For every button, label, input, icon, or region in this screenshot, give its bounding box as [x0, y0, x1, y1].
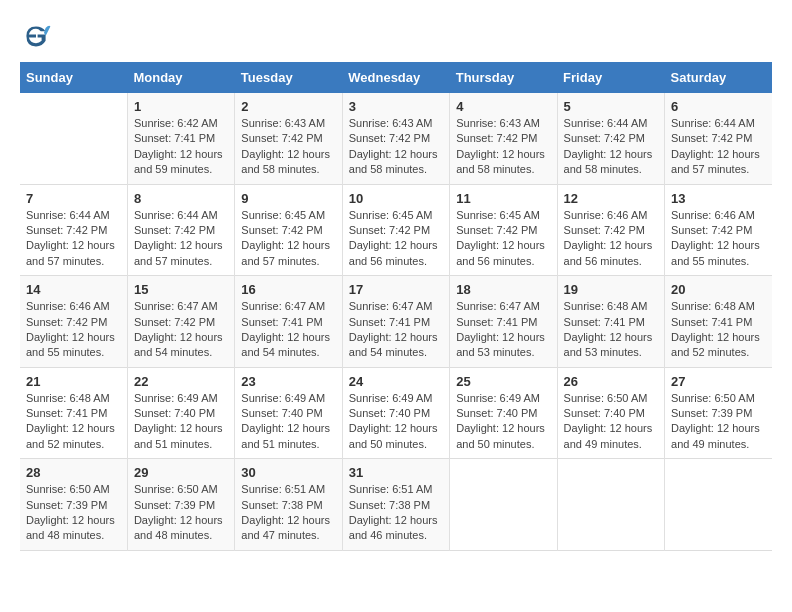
sunset: Sunset: 7:41 PM	[241, 315, 335, 330]
calendar-cell: 26 Sunrise: 6:50 AM Sunset: 7:40 PM Dayl…	[557, 367, 664, 459]
sunrise: Sunrise: 6:45 AM	[456, 208, 550, 223]
day-number: 19	[564, 282, 658, 297]
sunset: Sunset: 7:42 PM	[564, 131, 658, 146]
daylight: Daylight: 12 hours and 47 minutes.	[241, 513, 335, 544]
calendar-cell: 20 Sunrise: 6:48 AM Sunset: 7:41 PM Dayl…	[665, 276, 772, 368]
sunrise: Sunrise: 6:43 AM	[241, 116, 335, 131]
sunrise: Sunrise: 6:50 AM	[671, 391, 766, 406]
daylight: Daylight: 12 hours and 50 minutes.	[349, 421, 443, 452]
calendar-cell: 7 Sunrise: 6:44 AM Sunset: 7:42 PM Dayli…	[20, 184, 127, 276]
weekday-header: Sunday	[20, 62, 127, 93]
weekday-header: Monday	[127, 62, 234, 93]
daylight: Daylight: 12 hours and 55 minutes.	[26, 330, 121, 361]
sunrise: Sunrise: 6:48 AM	[564, 299, 658, 314]
daylight: Daylight: 12 hours and 54 minutes.	[349, 330, 443, 361]
day-info: Sunrise: 6:45 AM Sunset: 7:42 PM Dayligh…	[241, 208, 335, 270]
sunset: Sunset: 7:42 PM	[349, 131, 443, 146]
sunrise: Sunrise: 6:43 AM	[349, 116, 443, 131]
day-number: 16	[241, 282, 335, 297]
calendar-cell: 19 Sunrise: 6:48 AM Sunset: 7:41 PM Dayl…	[557, 276, 664, 368]
day-number: 4	[456, 99, 550, 114]
calendar-cell: 18 Sunrise: 6:47 AM Sunset: 7:41 PM Dayl…	[450, 276, 557, 368]
sunset: Sunset: 7:42 PM	[349, 223, 443, 238]
daylight: Daylight: 12 hours and 57 minutes.	[671, 147, 766, 178]
daylight: Daylight: 12 hours and 55 minutes.	[671, 238, 766, 269]
day-number: 8	[134, 191, 228, 206]
day-number: 2	[241, 99, 335, 114]
day-info: Sunrise: 6:47 AM Sunset: 7:41 PM Dayligh…	[241, 299, 335, 361]
calendar-cell: 24 Sunrise: 6:49 AM Sunset: 7:40 PM Dayl…	[342, 367, 449, 459]
calendar-cell: 3 Sunrise: 6:43 AM Sunset: 7:42 PM Dayli…	[342, 93, 449, 184]
calendar-cell: 31 Sunrise: 6:51 AM Sunset: 7:38 PM Dayl…	[342, 459, 449, 551]
daylight: Daylight: 12 hours and 54 minutes.	[134, 330, 228, 361]
day-info: Sunrise: 6:51 AM Sunset: 7:38 PM Dayligh…	[349, 482, 443, 544]
day-info: Sunrise: 6:46 AM Sunset: 7:42 PM Dayligh…	[564, 208, 658, 270]
day-number: 20	[671, 282, 766, 297]
calendar-header: SundayMondayTuesdayWednesdayThursdayFrid…	[20, 62, 772, 93]
calendar-cell: 5 Sunrise: 6:44 AM Sunset: 7:42 PM Dayli…	[557, 93, 664, 184]
weekday-header: Tuesday	[235, 62, 342, 93]
sunset: Sunset: 7:38 PM	[241, 498, 335, 513]
sunset: Sunset: 7:39 PM	[134, 498, 228, 513]
daylight: Daylight: 12 hours and 52 minutes.	[671, 330, 766, 361]
sunset: Sunset: 7:39 PM	[671, 406, 766, 421]
sunset: Sunset: 7:41 PM	[456, 315, 550, 330]
calendar-cell: 21 Sunrise: 6:48 AM Sunset: 7:41 PM Dayl…	[20, 367, 127, 459]
day-info: Sunrise: 6:45 AM Sunset: 7:42 PM Dayligh…	[349, 208, 443, 270]
day-info: Sunrise: 6:49 AM Sunset: 7:40 PM Dayligh…	[241, 391, 335, 453]
sunrise: Sunrise: 6:49 AM	[456, 391, 550, 406]
calendar-cell: 23 Sunrise: 6:49 AM Sunset: 7:40 PM Dayl…	[235, 367, 342, 459]
day-info: Sunrise: 6:48 AM Sunset: 7:41 PM Dayligh…	[671, 299, 766, 361]
daylight: Daylight: 12 hours and 56 minutes.	[349, 238, 443, 269]
sunset: Sunset: 7:41 PM	[349, 315, 443, 330]
day-info: Sunrise: 6:44 AM Sunset: 7:42 PM Dayligh…	[671, 116, 766, 178]
calendar-cell: 30 Sunrise: 6:51 AM Sunset: 7:38 PM Dayl…	[235, 459, 342, 551]
sunset: Sunset: 7:42 PM	[241, 131, 335, 146]
calendar-cell: 17 Sunrise: 6:47 AM Sunset: 7:41 PM Dayl…	[342, 276, 449, 368]
sunset: Sunset: 7:41 PM	[134, 131, 228, 146]
sunset: Sunset: 7:42 PM	[26, 315, 121, 330]
sunrise: Sunrise: 6:47 AM	[349, 299, 443, 314]
calendar-week-row: 1 Sunrise: 6:42 AM Sunset: 7:41 PM Dayli…	[20, 93, 772, 184]
day-number: 12	[564, 191, 658, 206]
day-number: 26	[564, 374, 658, 389]
daylight: Daylight: 12 hours and 53 minutes.	[564, 330, 658, 361]
sunrise: Sunrise: 6:51 AM	[349, 482, 443, 497]
calendar-table: SundayMondayTuesdayWednesdayThursdayFrid…	[20, 62, 772, 551]
day-info: Sunrise: 6:47 AM Sunset: 7:42 PM Dayligh…	[134, 299, 228, 361]
day-info: Sunrise: 6:43 AM Sunset: 7:42 PM Dayligh…	[241, 116, 335, 178]
daylight: Daylight: 12 hours and 57 minutes.	[241, 238, 335, 269]
daylight: Daylight: 12 hours and 51 minutes.	[241, 421, 335, 452]
sunset: Sunset: 7:39 PM	[26, 498, 121, 513]
sunset: Sunset: 7:42 PM	[26, 223, 121, 238]
daylight: Daylight: 12 hours and 58 minutes.	[241, 147, 335, 178]
day-number: 24	[349, 374, 443, 389]
day-number: 25	[456, 374, 550, 389]
sunset: Sunset: 7:42 PM	[671, 223, 766, 238]
day-info: Sunrise: 6:45 AM Sunset: 7:42 PM Dayligh…	[456, 208, 550, 270]
sunset: Sunset: 7:40 PM	[349, 406, 443, 421]
calendar-cell: 28 Sunrise: 6:50 AM Sunset: 7:39 PM Dayl…	[20, 459, 127, 551]
day-info: Sunrise: 6:48 AM Sunset: 7:41 PM Dayligh…	[564, 299, 658, 361]
daylight: Daylight: 12 hours and 54 minutes.	[241, 330, 335, 361]
sunrise: Sunrise: 6:47 AM	[456, 299, 550, 314]
day-info: Sunrise: 6:51 AM Sunset: 7:38 PM Dayligh…	[241, 482, 335, 544]
sunrise: Sunrise: 6:45 AM	[241, 208, 335, 223]
calendar-week-row: 21 Sunrise: 6:48 AM Sunset: 7:41 PM Dayl…	[20, 367, 772, 459]
day-number: 11	[456, 191, 550, 206]
day-number: 15	[134, 282, 228, 297]
daylight: Daylight: 12 hours and 49 minutes.	[671, 421, 766, 452]
sunrise: Sunrise: 6:44 AM	[671, 116, 766, 131]
day-info: Sunrise: 6:43 AM Sunset: 7:42 PM Dayligh…	[456, 116, 550, 178]
day-info: Sunrise: 6:47 AM Sunset: 7:41 PM Dayligh…	[456, 299, 550, 361]
logo-icon	[20, 20, 52, 52]
calendar-cell	[557, 459, 664, 551]
daylight: Daylight: 12 hours and 48 minutes.	[134, 513, 228, 544]
calendar-cell	[20, 93, 127, 184]
daylight: Daylight: 12 hours and 56 minutes.	[456, 238, 550, 269]
day-info: Sunrise: 6:49 AM Sunset: 7:40 PM Dayligh…	[349, 391, 443, 453]
weekday-header: Saturday	[665, 62, 772, 93]
sunrise: Sunrise: 6:49 AM	[349, 391, 443, 406]
day-info: Sunrise: 6:46 AM Sunset: 7:42 PM Dayligh…	[26, 299, 121, 361]
day-number: 21	[26, 374, 121, 389]
